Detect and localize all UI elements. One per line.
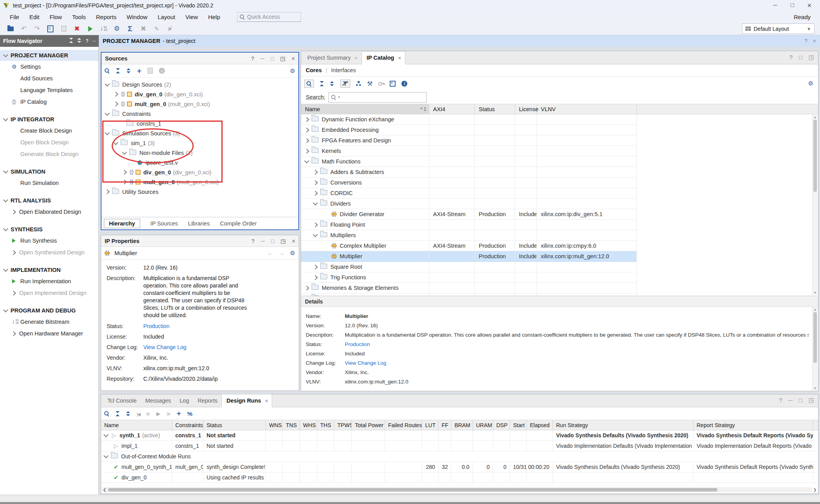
chevron-down-icon[interactable] bbox=[105, 130, 110, 135]
run-row-div-gen-0[interactable]: div_gen_0 Using cached IP results bbox=[101, 472, 818, 483]
maximize-panel-icon[interactable] bbox=[271, 55, 274, 62]
search-toggle-button[interactable] bbox=[304, 80, 314, 88]
close-tab-icon[interactable] bbox=[355, 55, 358, 61]
table-row-multiplier-selected[interactable]: MultiplierProductionIncludedxilinx.com:i… bbox=[301, 251, 637, 262]
table-row[interactable]: Dynamic Function eXchange bbox=[301, 114, 637, 125]
minimize-panel-icon[interactable] bbox=[261, 238, 265, 244]
section-header-project-manager[interactable]: PROJECT MANAGER bbox=[0, 50, 98, 61]
table-row[interactable]: Square Root bbox=[301, 262, 637, 272]
chevron-right-icon[interactable] bbox=[122, 179, 127, 185]
gear-icon[interactable] bbox=[290, 67, 295, 75]
group-by-hierarchy-icon[interactable] bbox=[356, 81, 361, 86]
section-header-rtl-analysis[interactable]: RTL ANALYSIS bbox=[0, 195, 98, 206]
nav-item-open-implemented-design[interactable]: Open Implemented Design bbox=[0, 287, 98, 299]
percent-icon[interactable] bbox=[187, 410, 193, 417]
section-header-synthesis[interactable]: SYNTHESIS bbox=[0, 224, 98, 235]
minimize-panel-icon[interactable] bbox=[788, 397, 793, 404]
subtab-cores[interactable]: Cores bbox=[306, 67, 322, 73]
tab-libraries[interactable]: Libraries bbox=[188, 220, 210, 227]
close-panel-icon[interactable] bbox=[292, 55, 295, 62]
nav-item-open-hardware-manager[interactable]: Open Hardware Manager bbox=[0, 328, 98, 339]
nav-item-run-implementation[interactable]: Run Implementation bbox=[0, 275, 98, 287]
section-header-simulation[interactable]: SIMULATION bbox=[0, 166, 98, 177]
table-row[interactable]: FPGA Features and Design bbox=[301, 135, 637, 146]
table-row[interactable]: Kernels bbox=[301, 146, 637, 156]
column-header[interactable]: TNS bbox=[283, 420, 300, 430]
undo-button[interactable] bbox=[17, 24, 30, 34]
sources-panel-title-bar[interactable]: Sources bbox=[102, 53, 298, 64]
chevron-down-icon[interactable] bbox=[122, 150, 127, 155]
nav-item-open-synthesized-design[interactable]: Open Synthesized Design bbox=[0, 247, 98, 258]
help-icon[interactable] bbox=[804, 38, 808, 44]
nav-item-language-templates[interactable]: Language Templates bbox=[0, 84, 98, 96]
layout-selector[interactable]: Default Layout ▼ bbox=[742, 23, 815, 34]
quick-access-input[interactable]: Quick Access bbox=[237, 12, 301, 22]
expand-all-icon[interactable] bbox=[330, 81, 334, 86]
nav-item-add-sources[interactable]: Add Sources bbox=[0, 73, 98, 84]
column-name[interactable]: Name^ 1 bbox=[301, 104, 429, 114]
nav-item-open-block-design[interactable]: Open Block Design bbox=[0, 137, 98, 148]
column-header[interactable]: Start bbox=[510, 420, 527, 430]
chevron-right-icon[interactable] bbox=[105, 189, 110, 194]
go-to-first-icon[interactable] bbox=[137, 410, 140, 417]
column-header[interactable]: Report Strategy bbox=[693, 420, 813, 430]
step-back-icon[interactable] bbox=[146, 410, 150, 418]
minimize-panel-icon[interactable] bbox=[92, 38, 96, 44]
table-row[interactable]: Dividers bbox=[301, 199, 637, 209]
tab-log[interactable]: Log bbox=[175, 394, 193, 407]
column-header[interactable]: Failed Routes bbox=[385, 420, 422, 430]
chevron-right-icon[interactable] bbox=[304, 286, 309, 291]
float-panel-icon[interactable] bbox=[809, 54, 814, 61]
chevron-right-icon[interactable] bbox=[122, 170, 127, 175]
create-run-icon[interactable] bbox=[176, 409, 181, 418]
column-header[interactable]: WHS bbox=[300, 420, 317, 430]
tree-item-mult-gen-0[interactable]: mult_gen_0(mult_gen_0.xci) bbox=[102, 99, 298, 109]
chevron-right-icon[interactable] bbox=[313, 180, 318, 185]
menu-edit[interactable]: Edit bbox=[24, 12, 45, 21]
menu-window[interactable]: Window bbox=[121, 12, 152, 21]
tab-compile-order[interactable]: Compile Order bbox=[220, 220, 257, 227]
column-header[interactable]: Constraints bbox=[172, 420, 203, 430]
tree-item-design-sources[interactable]: Design Sources(2) bbox=[102, 80, 298, 89]
table-row[interactable]: Floating Point bbox=[301, 220, 637, 230]
tab-ip-sources[interactable]: IP Sources bbox=[150, 220, 178, 227]
tab-ip-catalog[interactable]: IP Catalog bbox=[362, 51, 405, 64]
table-row-divider-generator[interactable]: Divider GeneratorAXI4-StreamProductionIn… bbox=[301, 209, 637, 220]
details-vertical-scrollbar[interactable]: ▲ ▼ bbox=[812, 307, 818, 390]
menu-view[interactable]: View bbox=[180, 12, 203, 21]
add-sources-icon[interactable] bbox=[137, 67, 141, 75]
forward-icon[interactable] bbox=[279, 250, 285, 256]
table-row[interactable]: CORDIC bbox=[301, 188, 637, 199]
close-panel-icon[interactable] bbox=[292, 238, 295, 244]
column-header[interactable]: DSP bbox=[493, 420, 510, 430]
run-group-out-of-context[interactable]: Out-of-Context Module Runs bbox=[101, 451, 818, 462]
tree-item-simulation-sources[interactable]: Simulation Sources(3) bbox=[102, 128, 298, 138]
help-icon[interactable] bbox=[251, 238, 255, 244]
view-change-log-link[interactable]: View Change Log bbox=[143, 344, 260, 351]
chevron-right-icon[interactable] bbox=[304, 149, 309, 154]
column-status[interactable]: Status bbox=[475, 104, 515, 114]
chevron-down-icon[interactable] bbox=[103, 432, 109, 437]
search-icon[interactable] bbox=[105, 68, 110, 73]
catalog-vertical-scrollbar[interactable]: ▲ ▼ bbox=[812, 115, 818, 295]
step-forward-icon[interactable] bbox=[166, 410, 170, 418]
chevron-down-icon[interactable] bbox=[313, 232, 318, 237]
column-axi4[interactable]: AXI4 bbox=[429, 104, 475, 114]
collapse-all-icon[interactable] bbox=[116, 68, 120, 73]
info-icon[interactable] bbox=[401, 81, 407, 87]
search-icon[interactable] bbox=[104, 411, 109, 416]
nav-item-generate-bitstream[interactable]: Generate Bitstream bbox=[0, 316, 98, 328]
nav-item-open-elaborated-design[interactable]: Open Elaborated Design bbox=[0, 206, 98, 218]
filter-disabled-button[interactable] bbox=[340, 80, 350, 88]
table-row[interactable]: Memories & Storage Elements bbox=[301, 283, 637, 293]
maximize-window-icon[interactable] bbox=[790, 2, 794, 10]
tab-messages[interactable]: Messages bbox=[141, 394, 175, 407]
column-header[interactable]: LUT bbox=[422, 420, 439, 430]
help-icon[interactable] bbox=[251, 55, 255, 62]
column-header[interactable]: Elapsed bbox=[527, 420, 553, 430]
tab-hierarchy[interactable]: Hierarchy bbox=[104, 219, 140, 228]
chip-icon[interactable] bbox=[390, 81, 396, 87]
chevron-down-icon[interactable] bbox=[105, 111, 110, 116]
section-header-ip-integrator[interactable]: IP INTEGRATOR bbox=[0, 114, 98, 125]
expand-all-icon[interactable] bbox=[127, 68, 131, 73]
